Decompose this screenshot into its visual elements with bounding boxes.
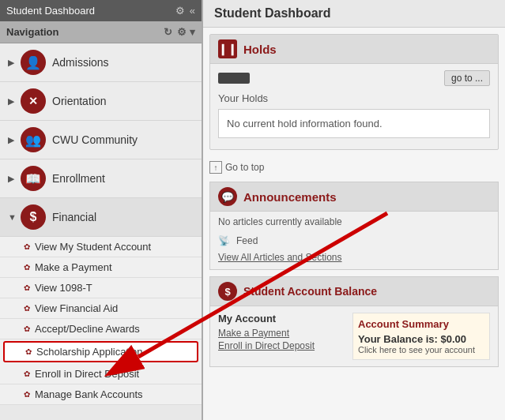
balance-text: Your Balance is: $0.00 [358, 333, 484, 345]
go-to-top[interactable]: ↑ Go to top [209, 161, 499, 174]
sidebar-item-cwu-community[interactable]: ▶ 👥 CWU Community [0, 121, 202, 159]
account-summary-title: Account Summary [358, 318, 484, 330]
enrollment-icon: 📖 [21, 166, 46, 191]
my-account-title: My Account [218, 313, 345, 324]
account-balance-section: $ Student Account Balance My Account Mak… [209, 276, 499, 367]
expand-arrow-financial: ▼ [8, 212, 17, 222]
bullet-icon: ✿ [24, 304, 30, 313]
expand-arrow-cwu: ▶ [8, 135, 17, 145]
holds-top-row: go to ... [218, 70, 490, 86]
sidebar-item-financial[interactable]: ▼ $ Financial [0, 198, 202, 237]
holds-icon: ❙❙ [218, 39, 237, 58]
gear-icon[interactable]: ⚙ [175, 5, 185, 17]
admissions-label: Admissions [52, 56, 109, 69]
right-panel: Student Dashboard ❙❙ Holds go to ... You… [202, 0, 505, 420]
account-balance-body: My Account Make a Payment Enroll in Dire… [210, 306, 498, 366]
account-summary-col: Account Summary Your Balance is: $0.00 C… [352, 313, 490, 360]
nav-header: Navigation ↻ ⚙ ▾ [0, 21, 202, 43]
sub-item-make-payment[interactable]: ✿ Make a Payment [0, 257, 202, 278]
your-holds-label: Your Holds [218, 92, 490, 104]
announcements-icon: 💬 [218, 187, 237, 206]
sidebar-item-admissions[interactable]: ▶ 👤 Admissions [0, 43, 202, 82]
bullet-icon: ✿ [24, 242, 30, 251]
no-holds-text: No current hold information found. [227, 118, 383, 129]
sub-item-view-my-account[interactable]: ✿ View My Student Account [0, 237, 202, 257]
refresh-icon[interactable]: ↻ [164, 26, 172, 38]
expand-arrow-orientation: ▶ [8, 96, 17, 107]
financial-sub-items: ✿ View My Student Account ✿ Make a Payme… [0, 237, 202, 405]
announcements-header: 💬 Announcements [210, 182, 498, 212]
holds-section: ❙❙ Holds go to ... Your Holds No current… [209, 34, 499, 150]
bullet-icon: ✿ [24, 369, 30, 378]
sub-item-label: Manage Bank Accounts [35, 388, 143, 400]
click-here-text[interactable]: Click here to see your account [358, 345, 484, 354]
bullet-icon: ✿ [24, 390, 30, 399]
holds-body: go to ... Your Holds No current hold inf… [210, 64, 498, 149]
sub-item-manage-bank-accounts[interactable]: ✿ Manage Bank Accounts [0, 384, 202, 405]
goto-button[interactable]: go to ... [444, 70, 490, 86]
expand-arrow-admissions: ▶ [8, 58, 17, 68]
holds-info-box: No current hold information found. [218, 109, 490, 138]
orientation-label: Orientation [52, 95, 106, 107]
enrollment-label: Enrollment [52, 172, 105, 185]
panel-title-bar: Student Dashboard ⚙ « [0, 0, 202, 21]
sub-item-label: Scholarship Application [36, 346, 142, 358]
account-balance-icon: $ [218, 282, 237, 301]
make-payment-link[interactable]: Make a Payment [218, 328, 345, 339]
account-balance-header: $ Student Account Balance [210, 277, 498, 306]
holds-redacted-bar [218, 73, 250, 84]
sub-item-view-1098t[interactable]: ✿ View 1098-T [0, 278, 202, 298]
feed-icon: 📡 [218, 235, 230, 246]
view-all-link[interactable]: View All Articles and Sections [218, 252, 342, 263]
announcements-title: Announcements [243, 190, 337, 204]
announcements-body: No articles currently available [210, 212, 498, 232]
sub-item-scholarship-application[interactable]: ✿ Scholarship Application [3, 341, 198, 362]
announcements-section: 💬 Announcements No articles currently av… [209, 182, 499, 270]
sub-item-label: Accept/Decline Awards [35, 323, 140, 335]
holds-header: ❙❙ Holds [210, 35, 498, 64]
sidebar-item-enrollment[interactable]: ▶ 📖 Enrollment [0, 159, 202, 198]
announcements-links: 📡 Feed [210, 232, 498, 249]
financial-label: Financial [52, 211, 96, 223]
sub-item-label: View 1098-T [35, 282, 92, 294]
account-balance-title: Student Account Balance [243, 285, 377, 298]
bullet-icon: ✿ [25, 347, 32, 356]
admissions-icon: 👤 [21, 50, 46, 75]
go-to-top-label: Go to top [225, 162, 264, 173]
sub-item-view-financial-aid[interactable]: ✿ View Financial Aid [0, 298, 202, 319]
nav-label: Navigation [6, 26, 58, 38]
sub-item-label: Make a Payment [35, 261, 112, 273]
sub-item-label: Enroll in Direct Deposit [35, 368, 139, 380]
cwu-community-icon: 👥 [21, 127, 46, 152]
my-account-col: My Account Make a Payment Enroll in Dire… [218, 313, 345, 360]
collapse-icon[interactable]: « [190, 5, 195, 17]
go-to-top-icon: ↑ [209, 161, 222, 174]
nav-items-list: ▶ 👤 Admissions ▶ ✕ Orientation ▶ 👥 [0, 43, 202, 420]
bullet-icon: ✿ [24, 263, 30, 272]
no-articles-text: No articles currently available [218, 216, 342, 227]
sidebar-item-orientation[interactable]: ▶ ✕ Orientation [0, 82, 202, 121]
sub-item-accept-decline[interactable]: ✿ Accept/Decline Awards [0, 319, 202, 339]
enroll-direct-link[interactable]: Enroll in Direct Deposit [218, 340, 345, 351]
right-panel-title: Student Dashboard [203, 0, 505, 28]
bullet-icon: ✿ [24, 324, 30, 333]
nav-settings-icon[interactable]: ⚙ ▾ [177, 26, 195, 38]
sub-item-enroll-direct-deposit[interactable]: ✿ Enroll in Direct Deposit [0, 364, 202, 384]
sub-item-label: View My Student Account [35, 241, 151, 253]
left-panel: Student Dashboard ⚙ « Navigation ↻ ⚙ ▾ ▶… [0, 0, 202, 420]
panel-title: Student Dashboard [6, 5, 95, 17]
cwu-community-label: CWU Community [52, 133, 138, 146]
expand-arrow-enrollment: ▶ [8, 174, 17, 184]
holds-title: Holds [243, 43, 277, 56]
bullet-icon: ✿ [24, 283, 30, 292]
feed-label[interactable]: Feed [236, 235, 258, 246]
financial-icon: $ [21, 204, 46, 230]
orientation-icon: ✕ [21, 88, 46, 114]
sub-item-label: View Financial Aid [35, 302, 118, 314]
